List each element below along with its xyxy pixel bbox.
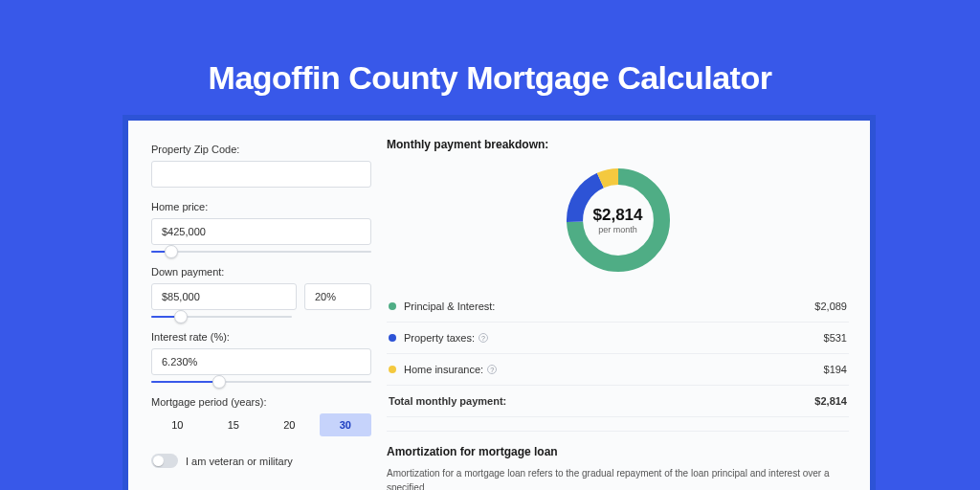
legend-dot-insurance [389, 366, 396, 373]
legend-name-taxes-text: Property taxes: [404, 332, 475, 344]
interest-rate-label: Interest rate (%): [151, 331, 371, 343]
field-interest-rate: Interest rate (%): [151, 331, 371, 383]
calculator-body: Property Zip Code: Home price: Down paym… [128, 121, 870, 490]
home-price-slider[interactable] [151, 251, 371, 253]
amortization-title: Amortization for mortgage loan [387, 431, 849, 458]
donut-center: $2,814 per month [561, 163, 676, 278]
calculator-panel: Property Zip Code: Home price: Down paym… [122, 115, 876, 490]
interest-slider-thumb[interactable] [212, 375, 226, 389]
legend-value-taxes: $531 [824, 332, 847, 344]
donut-amount: $2,814 [593, 206, 643, 225]
home-price-label: Home price: [151, 201, 371, 212]
legend-dot-taxes [389, 334, 396, 342]
legend-row-principal: Principal & Interest: $2,089 [387, 291, 849, 323]
legend-dot-principal [389, 302, 396, 310]
amortization-body: Amortization for a mortgage loan refers … [387, 466, 849, 490]
info-icon[interactable]: ? [479, 333, 488, 343]
interest-rate-input[interactable] [151, 348, 371, 375]
form-column: Property Zip Code: Home price: Down paym… [128, 138, 377, 490]
field-mortgage-period: Mortgage period (years): 10 15 20 30 [151, 396, 371, 436]
field-zip: Property Zip Code: [151, 144, 371, 188]
legend-value-principal: $2,089 [814, 301, 847, 312]
breakdown-title: Monthly payment breakdown: [387, 138, 849, 151]
zip-label: Property Zip Code: [151, 144, 371, 155]
donut-sub: per month [598, 225, 637, 234]
period-option-15[interactable]: 15 [208, 413, 260, 436]
down-payment-pct-input[interactable] [304, 283, 371, 310]
mortgage-period-options: 10 15 20 30 [151, 413, 371, 436]
down-payment-slider[interactable] [151, 316, 292, 318]
legend-name-total: Total monthly payment: [389, 395, 814, 407]
period-option-30[interactable]: 30 [320, 413, 372, 436]
legend-row-total: Total monthly payment: $2,814 [387, 386, 849, 417]
page-title: Magoffin County Mortgage Calculator [0, 0, 980, 97]
legend-name-insurance-text: Home insurance: [404, 364, 483, 375]
legend-row-taxes: Property taxes: ? $531 [387, 323, 849, 354]
down-payment-label: Down payment: [151, 266, 371, 278]
down-payment-amount-input[interactable] [151, 283, 297, 310]
interest-rate-slider[interactable] [151, 381, 371, 383]
legend-name-principal: Principal & Interest: [404, 301, 814, 312]
legend-name-taxes: Property taxes: ? [404, 332, 824, 344]
legend-row-insurance: Home insurance: ? $194 [387, 354, 849, 386]
home-price-slider-thumb[interactable] [165, 245, 178, 258]
info-icon[interactable]: ? [487, 365, 497, 374]
field-home-price: Home price: [151, 201, 371, 253]
breakdown-column: Monthly payment breakdown: $2,814 per mo… [377, 138, 870, 490]
home-price-input[interactable] [151, 218, 371, 245]
mortgage-period-label: Mortgage period (years): [151, 396, 371, 408]
legend-value-total: $2,814 [814, 395, 847, 407]
legend-value-insurance: $194 [824, 364, 847, 375]
veteran-toggle-label: I am veteran or military [186, 456, 293, 467]
donut-chart-wrap: $2,814 per month [387, 153, 849, 291]
interest-slider-fill [151, 381, 219, 383]
down-payment-slider-thumb[interactable] [174, 310, 188, 323]
donut-chart: $2,814 per month [561, 163, 676, 278]
zip-input[interactable] [151, 161, 371, 188]
field-down-payment: Down payment: [151, 266, 371, 318]
veteran-toggle-row: I am veteran or military [151, 454, 371, 468]
veteran-toggle[interactable] [151, 454, 178, 468]
legend-name-insurance: Home insurance: ? [404, 364, 824, 375]
period-option-20[interactable]: 20 [263, 413, 316, 436]
period-option-10[interactable]: 10 [151, 413, 204, 436]
